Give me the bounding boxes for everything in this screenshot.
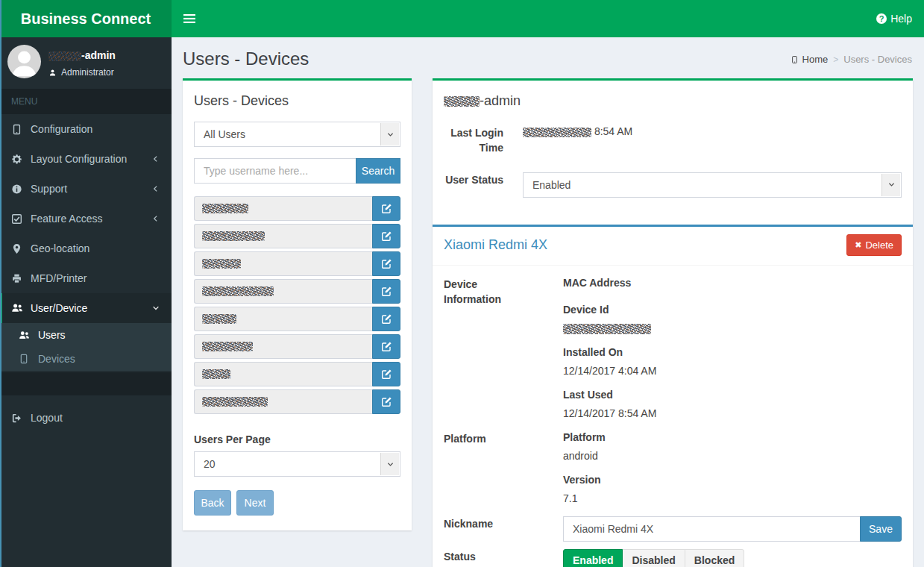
search-group: Search — [194, 158, 400, 184]
status-blocked-button[interactable]: Blocked — [685, 549, 744, 567]
user-icon — [48, 69, 57, 77]
nickname-row: Nickname Save — [444, 516, 902, 542]
device-information-fields: MAC Address Device Id Installed On 12/14… — [563, 277, 902, 431]
sidebar-footer-menu: Logout — [0, 403, 172, 433]
sidebar-item-layout-configuration[interactable]: Layout Configuration — [0, 144, 172, 174]
sidebar-item-user-device[interactable]: User/Device — [0, 293, 172, 323]
sidebar-user-panel: -admin Administrator — [0, 37, 172, 89]
nickname-input[interactable] — [563, 516, 861, 542]
redacted-username — [202, 314, 236, 324]
chevron-down-icon — [887, 181, 896, 189]
sidebar-item-label: Feature Access — [31, 213, 103, 225]
last-login-row: Last Login Time 8:54 AM — [444, 125, 902, 156]
help-label: Help — [890, 13, 912, 25]
sidebar-menu-header: MENU — [0, 89, 172, 114]
sidebar-item-feature-access[interactable]: Feature Access — [0, 204, 172, 234]
edit-icon — [381, 286, 392, 297]
edit-user-button[interactable] — [372, 196, 400, 221]
device-id-label: Device Id — [563, 304, 902, 316]
user-detail-panel: -admin Last Login Time 8:54 AM User Stat… — [433, 78, 913, 567]
edit-user-button[interactable] — [372, 279, 400, 304]
edit-user-button[interactable] — [372, 251, 400, 276]
chevron-down-icon — [151, 304, 160, 313]
edit-icon — [381, 313, 392, 325]
sidebar-item-mfd-printer[interactable]: MFD/Printer — [0, 263, 172, 293]
device-id-value — [563, 322, 902, 334]
chevron-down-icon — [386, 460, 395, 469]
users-per-page-select[interactable]: 20 — [194, 451, 400, 477]
device-panel-body: Device Information MAC Address Device Id — [433, 266, 913, 567]
chevron-left-icon — [151, 214, 160, 223]
help-button[interactable]: ? Help — [864, 0, 924, 37]
last-login-value: 8:54 AM — [523, 125, 902, 137]
user-detail-header-section: -admin Last Login Time 8:54 AM User Stat… — [433, 81, 913, 219]
redacted-username-box — [194, 279, 372, 304]
platform-value: android — [563, 450, 902, 462]
next-button[interactable]: Next — [236, 490, 274, 516]
question-circle-icon: ? — [876, 13, 887, 24]
users-icon — [19, 330, 30, 341]
last-used-group: Last Used 12/14/2017 8:54 AM — [563, 389, 902, 419]
status-enabled-button[interactable]: Enabled — [563, 549, 623, 567]
last-used-value: 12/14/2017 8:54 AM — [563, 407, 902, 419]
sidebar-item-users[interactable]: Users — [0, 323, 172, 347]
sidebar-item-label: Configuration — [31, 123, 92, 135]
status-row: Status Enabled Disabled Blocked Last Upd… — [444, 542, 902, 567]
user-row — [194, 389, 400, 414]
pagination: Back Next — [194, 490, 400, 516]
user-status-select[interactable]: Enabled — [523, 172, 902, 198]
sidebar-item-geo-location[interactable]: Geo-location — [0, 234, 172, 263]
device-title: Xiaomi Redmi 4X — [444, 237, 547, 253]
edit-user-button[interactable] — [372, 362, 400, 386]
detail-username: -admin — [444, 93, 902, 109]
device-panel-header: Xiaomi Redmi 4X ✖ Delete — [433, 227, 913, 266]
logout-label: Logout — [31, 412, 63, 424]
edit-user-button[interactable] — [372, 389, 400, 414]
sidebar-toggle-button[interactable] — [172, 0, 207, 37]
sidebar-item-logout[interactable]: Logout — [0, 403, 172, 433]
delete-device-button[interactable]: ✖ Delete — [846, 234, 902, 256]
user-filter-value: All Users — [204, 128, 245, 140]
edit-icon — [381, 396, 392, 407]
edit-user-button[interactable] — [372, 334, 400, 359]
user-row — [194, 362, 400, 386]
content-row: Users - Devices All Users Search — [172, 78, 924, 567]
redacted-username — [202, 369, 230, 379]
sidebar-item-configuration[interactable]: Configuration — [0, 114, 172, 144]
back-button[interactable]: Back — [194, 490, 231, 516]
sidebar-item-support[interactable]: Support — [0, 174, 172, 204]
breadcrumb: Home > Users - Devices — [791, 54, 912, 65]
redacted-username — [202, 204, 248, 213]
user-row — [194, 307, 400, 331]
redacted-username-box — [194, 196, 372, 221]
platform-label: Platform — [563, 431, 902, 443]
search-button[interactable]: Search — [356, 158, 400, 184]
sidebar-item-label: Layout Configuration — [31, 153, 127, 165]
select-arrow — [380, 453, 399, 475]
users-per-page-label: Users Per Page — [194, 433, 400, 445]
gear-icon — [11, 154, 22, 165]
user-row — [194, 334, 400, 359]
platform-fields: Platform android Version 7.1 — [563, 431, 902, 516]
status-disabled-button[interactable]: Disabled — [622, 549, 685, 567]
edit-user-button[interactable] — [372, 307, 400, 331]
user-filter-select[interactable]: All Users — [194, 122, 400, 147]
username-suffix: -admin — [81, 49, 116, 61]
sidebar-user-role: Administrator — [48, 67, 116, 78]
breadcrumb-home-label: Home — [802, 54, 829, 65]
info-circle-icon — [11, 184, 22, 195]
breadcrumb-home[interactable]: Home — [791, 54, 829, 65]
edit-icon — [381, 231, 392, 242]
redacted-username — [48, 51, 81, 61]
sidebar-user-info: -admin Administrator — [41, 45, 116, 78]
redacted-username — [444, 96, 480, 107]
brand-logo[interactable]: Business Connect — [0, 0, 172, 37]
tablet-icon — [19, 354, 29, 364]
hamburger-icon — [183, 13, 196, 24]
content-area: Users - Devices Home > Users - Devices U… — [172, 37, 924, 567]
window-edge — [0, 0, 1, 567]
edit-user-button[interactable] — [372, 224, 400, 248]
save-button[interactable]: Save — [860, 516, 902, 542]
search-input[interactable] — [194, 158, 356, 184]
sidebar-item-devices[interactable]: Devices — [0, 347, 172, 371]
